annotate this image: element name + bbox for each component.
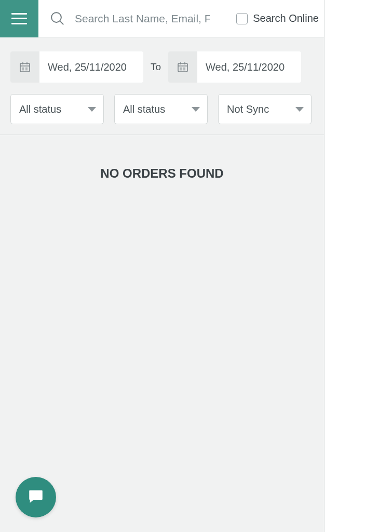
empty-state-message: NO ORDERS FOUND xyxy=(0,135,324,181)
hamburger-icon xyxy=(11,13,27,24)
search-online-label: Search Online xyxy=(253,12,319,24)
status-filter-2-value: All status xyxy=(123,103,165,115)
svg-rect-10 xyxy=(178,63,187,72)
chevron-down-icon xyxy=(192,107,200,112)
calendar-icon xyxy=(168,51,197,83)
dropdown-row: All status All status Not Sync xyxy=(10,94,314,124)
status-filter-1-value: All status xyxy=(19,103,61,115)
date-to-picker[interactable]: Wed, 25/11/2020 xyxy=(168,51,301,83)
chat-icon xyxy=(27,487,45,507)
svg-rect-2 xyxy=(20,63,30,72)
status-filter-1[interactable]: All status xyxy=(10,94,104,124)
status-filter-2[interactable]: All status xyxy=(114,94,208,124)
chat-button[interactable] xyxy=(16,477,56,517)
search-input[interactable] xyxy=(75,12,210,25)
date-range-row: Wed, 25/11/2020 To Wed, 25/1 xyxy=(10,51,314,83)
chevron-down-icon xyxy=(295,107,304,112)
search-online-checkbox[interactable] xyxy=(236,13,248,24)
search-wrap xyxy=(38,0,236,37)
search-icon xyxy=(50,11,65,26)
date-to-label: To xyxy=(151,61,161,73)
menu-button[interactable] xyxy=(0,0,38,37)
search-online-group: Search Online xyxy=(236,12,324,24)
sync-filter[interactable]: Not Sync xyxy=(218,94,312,124)
date-from-picker[interactable]: Wed, 25/11/2020 xyxy=(10,51,143,83)
svg-point-0 xyxy=(51,12,61,22)
filters-panel: Wed, 25/11/2020 To Wed, 25/1 xyxy=(0,37,324,135)
header: Search Online xyxy=(0,0,324,37)
calendar-icon xyxy=(10,51,39,83)
chevron-down-icon xyxy=(88,107,96,112)
svg-line-1 xyxy=(60,21,63,24)
sync-filter-value: Not Sync xyxy=(227,103,269,115)
date-to-value: Wed, 25/11/2020 xyxy=(197,51,301,83)
app-frame: Search Online Wed, 25/11 xyxy=(0,0,325,532)
date-from-value: Wed, 25/11/2020 xyxy=(39,51,143,83)
